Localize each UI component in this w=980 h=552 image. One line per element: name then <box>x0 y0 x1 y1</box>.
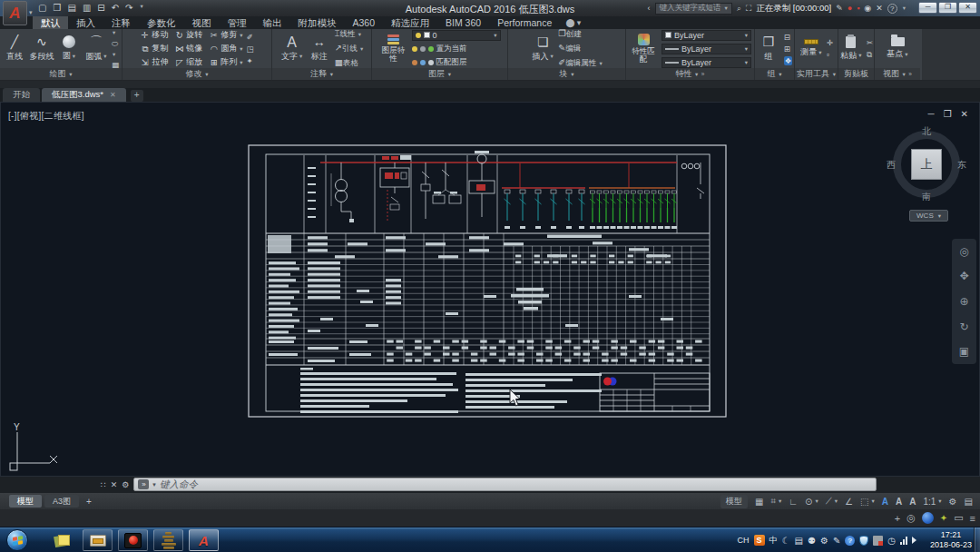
snap-icon[interactable]: ⌗▾ <box>770 496 781 507</box>
paste-button[interactable]: 粘贴▾ <box>839 36 863 62</box>
tray-clock-icon[interactable]: ◷ <box>887 536 896 546</box>
tray-network-icon[interactable] <box>900 537 907 545</box>
ungroup-icon[interactable]: ⊟ <box>784 33 793 42</box>
taskbar-recorder-app[interactable] <box>118 529 148 551</box>
record-icon[interactable]: ● <box>848 4 852 13</box>
panel-utilities-label[interactable]: 实用工具 ▾ <box>795 68 838 80</box>
viewcube-east[interactable]: 东 <box>957 159 966 172</box>
layer-select[interactable]: 0 ▾ <box>412 30 501 41</box>
command-close-icon[interactable]: ✕ <box>111 480 118 489</box>
layer-walk-icon[interactable] <box>420 60 426 65</box>
doc-close-icon[interactable]: ✕ <box>961 109 968 119</box>
tray-edit-icon[interactable]: ✎ <box>833 536 840 546</box>
saveas-icon[interactable]: ▥ <box>83 3 91 13</box>
taskbar-autocad-app[interactable]: A <box>189 529 219 551</box>
circle-button[interactable]: 圆▾ <box>57 35 81 62</box>
help-icon[interactable]: ? <box>887 4 897 14</box>
measure-button[interactable]: 测量▾ <box>799 39 823 58</box>
steering-wheel-icon[interactable]: ◎ <box>959 245 968 258</box>
arc-button[interactable]: ⌒圆弧▾ <box>84 35 108 63</box>
grid-icon[interactable]: ▦ <box>755 497 763 507</box>
annotation-visibility-icon[interactable]: A <box>882 497 888 507</box>
close-button[interactable]: ✕ <box>958 2 977 14</box>
ribbon-tab-output[interactable]: 输出 <box>255 16 290 29</box>
match-properties-button[interactable]: 特性匹配 <box>629 34 658 64</box>
cad-drawing[interactable] <box>248 144 727 419</box>
recent-commands-icon[interactable]: » <box>138 479 149 489</box>
osnap-icon[interactable]: ⬚▾ <box>860 497 875 507</box>
layer-properties-button[interactable]: 图层特性 <box>379 34 408 64</box>
layer-isolate-icon[interactable] <box>428 46 434 52</box>
tray-volume-icon[interactable] <box>912 537 920 544</box>
line-button[interactable]: ╱直线 <box>3 35 26 63</box>
panel-view-label[interactable]: 视图 ▾ » <box>875 68 920 80</box>
ribbon-tab-performance[interactable]: Performance <box>489 16 560 29</box>
viewcube[interactable]: 上 北 南 西 东 <box>888 126 965 202</box>
group-edit-icon[interactable]: ⊞ <box>784 44 793 54</box>
mirror-button[interactable]: ⋈镜像 <box>174 43 202 54</box>
cut-icon[interactable]: ✂ <box>867 38 873 47</box>
capture-icon[interactable]: ◉ <box>864 4 871 13</box>
layout-tab-model[interactable]: 模型 <box>9 495 42 508</box>
panel-group-label[interactable]: 组 ▾ <box>755 68 794 80</box>
polar-tracking-icon[interactable]: ⊙▾ <box>805 497 818 507</box>
create-block-button[interactable]: ❐创建 <box>558 29 603 40</box>
polyline-button[interactable]: ∿多段线 <box>30 35 54 63</box>
hatch-tool-icon[interactable]: ▦ ▾ <box>112 61 119 68</box>
ribbon-tab-parametric[interactable]: 参数化 <box>139 16 184 29</box>
edit-polyline-icon[interactable]: ✦ <box>247 56 254 65</box>
start-button[interactable] <box>6 529 28 551</box>
taskbar-notes-app[interactable] <box>47 529 77 551</box>
explode-icon[interactable]: ◳ <box>247 44 254 54</box>
annotation-autoscale-icon[interactable]: A <box>896 497 902 507</box>
linear-dim-button[interactable]: ⌶线性 ▾ <box>335 29 364 40</box>
showmotion-icon[interactable]: ▣ <box>959 345 969 358</box>
app-menu-button[interactable]: A <box>3 1 27 25</box>
status-menu-icon[interactable]: ▤ <box>965 497 973 507</box>
edit-block-button[interactable]: ✎编辑 <box>558 43 603 54</box>
panel-block-label[interactable]: 块 ▾ <box>508 68 625 80</box>
help-dropdown-icon[interactable]: ▾ <box>903 5 906 12</box>
ribbon-tab-manage[interactable]: 管理 <box>220 16 255 29</box>
file-tab-start[interactable]: 开始 <box>3 88 40 102</box>
dimension-button[interactable]: ↔标注 <box>308 35 331 63</box>
tray-keyboard-icon[interactable]: ▤ <box>794 536 802 546</box>
ribbon-tab-home[interactable]: 默认 <box>33 16 68 29</box>
rectangle-tool-icon[interactable]: ▭ ▾ <box>112 29 119 36</box>
command-dropdown-icon[interactable]: ▾ <box>152 481 156 488</box>
ribbon-tab-featured[interactable]: 精选应用 <box>383 16 437 29</box>
app-menu-arrow-icon[interactable]: ▾ <box>29 9 33 16</box>
taskbar-clock[interactable]: 17:21 2018-06-23 <box>930 530 972 550</box>
quick-select-icon[interactable]: ✛ <box>827 38 833 47</box>
model-space-button[interactable]: 模型 <box>720 495 748 508</box>
group-button[interactable]: ❒组 <box>757 35 780 63</box>
tray-tools-icon[interactable]: ⚙ <box>820 536 828 546</box>
stop-icon[interactable]: ▪ <box>857 4 859 13</box>
annotate-pen-icon[interactable]: ✎ <box>836 4 843 13</box>
panel-modify-label[interactable]: 修改 ▾ <box>122 68 271 80</box>
annotation-scale-icon[interactable]: A <box>909 497 916 507</box>
redo-icon[interactable]: ↷ <box>125 3 132 13</box>
array-button[interactable]: ⊞阵列▾ <box>209 56 242 68</box>
search-icon[interactable]: ⌕ <box>737 4 741 14</box>
layer-unlock-icon[interactable] <box>428 60 434 65</box>
lineweight-select[interactable]: ByLayer▾ <box>662 44 751 54</box>
hardware-accel-icon[interactable] <box>922 512 934 524</box>
move-button[interactable]: ✛移动 <box>140 29 168 41</box>
insert-block-button[interactable]: ❏插入▾ <box>531 35 554 63</box>
close-tab-icon[interactable]: ✕ <box>110 91 116 99</box>
erase-icon[interactable]: ✐ <box>247 33 254 42</box>
pan-icon[interactable]: ✥ <box>959 270 968 282</box>
command-tools-icon[interactable]: ⚙ <box>122 480 129 489</box>
new-file-icon[interactable]: ▢ <box>38 3 46 13</box>
workspace-gear-icon[interactable]: ⚙ <box>949 497 957 507</box>
viewport-controls[interactable]: [-][俯视][二维线框] <box>8 110 84 123</box>
isolate-objects-icon[interactable]: ◎ <box>906 512 916 524</box>
tray-app-icon[interactable] <box>873 536 883 546</box>
trim-button[interactable]: ✂修剪▾ <box>209 29 242 41</box>
viewcube-west[interactable]: 西 <box>887 159 896 172</box>
wcs-button[interactable]: WCS▾ <box>909 210 948 222</box>
taskbar-files-app[interactable] <box>83 529 113 551</box>
drawing-canvas[interactable]: [-][俯视][二维线框] ─ ❐ ✕ 上 北 南 西 东 WCS▾ ◎ ✥ ⊕… <box>0 102 980 477</box>
ribbon-tab-view[interactable]: 视图 <box>184 16 220 29</box>
